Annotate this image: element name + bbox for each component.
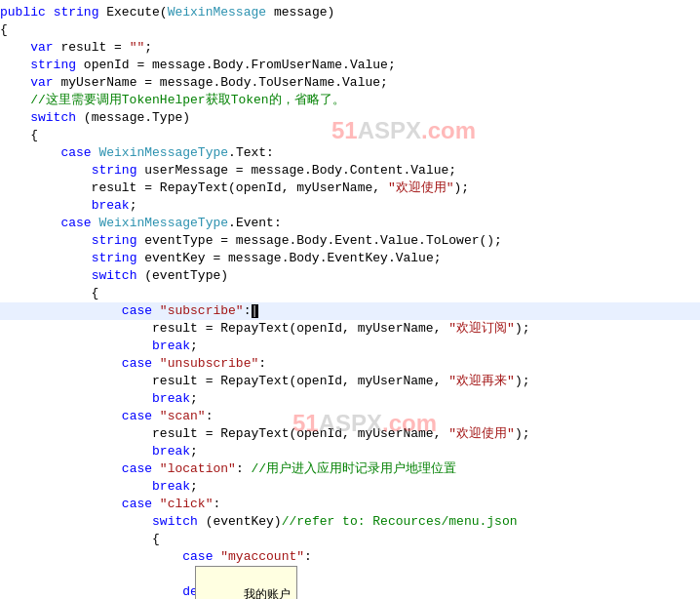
keyword: string xyxy=(92,163,137,178)
line-content: switch (eventType) xyxy=(0,267,700,285)
tooltip-myaccount: 我的账户 xyxy=(195,566,297,599)
string-literal: "" xyxy=(130,40,145,55)
line-content: case WeixinMessageType.Text: xyxy=(0,144,700,162)
code-line: public string Execute(WeixinMessage mess… xyxy=(0,4,700,21)
code-line: break; xyxy=(0,338,700,355)
code-line: result = RepayText(openId, myUserName, "… xyxy=(0,373,700,390)
string-literal: "click" xyxy=(160,497,214,511)
string-literal: "欢迎再来" xyxy=(448,374,515,388)
type-name: WeixinMessageType xyxy=(98,216,228,230)
line-content: case "click": xyxy=(0,496,700,513)
code-line: break; xyxy=(0,566,700,583)
string-literal: "location" xyxy=(160,461,236,476)
code-line: { xyxy=(0,285,700,302)
keyword-break: break xyxy=(152,444,190,459)
keyword-case: case xyxy=(60,145,91,160)
string-literal: "欢迎使用" xyxy=(388,180,454,195)
code-line: switch (eventKey)//refer to: Recources/m… xyxy=(0,513,700,531)
comment: //refer to: Recources/menu.json xyxy=(282,514,518,529)
keyword-break: break xyxy=(152,339,190,353)
line-content: result = RepayText(openId, myUserName, "… xyxy=(0,373,700,390)
code-line: result = RepayText(openId, myUserName, "… xyxy=(0,180,700,197)
code-line: var result = ""; xyxy=(0,39,700,57)
code-line: case "unsubscribe": xyxy=(0,355,700,373)
line-content: break; xyxy=(0,478,700,496)
line-content: var result = ""; xyxy=(0,39,700,57)
code-line: default: xyxy=(0,583,700,599)
comment: //这里需要调用TokenHelper获取Token的，省略了。 xyxy=(30,93,344,107)
comment: //用户进入应用时记录用户地理位置 xyxy=(251,461,456,476)
line-content: case "location": //用户进入应用时记录用户地理位置 xyxy=(0,460,700,478)
code-line: switch (eventType) xyxy=(0,267,700,285)
code-line: var myUserName = message.Body.ToUserName… xyxy=(0,74,700,92)
keyword-break: break xyxy=(92,198,130,213)
type-name: WeixinMessage xyxy=(168,5,266,20)
code-container: public string Execute(WeixinMessage mess… xyxy=(0,0,700,599)
line-content: case "scan": xyxy=(0,408,700,425)
code-line: string openId = message.Body.FromUserNam… xyxy=(0,57,700,74)
keyword-case: case xyxy=(122,356,152,371)
keyword-switch: switch xyxy=(92,268,137,283)
code-line: break; xyxy=(0,197,700,215)
keyword-break: break xyxy=(152,391,190,406)
code-line: { xyxy=(0,21,700,39)
line-content: switch (eventKey)//refer to: Recources/m… xyxy=(0,513,700,531)
code-line: break; xyxy=(0,478,700,496)
string-literal: "欢迎使用" xyxy=(448,426,515,441)
line-content: { xyxy=(0,285,700,302)
line-content: break; xyxy=(0,390,700,408)
line-content: result = RepayText(openId, myUserName, "… xyxy=(0,425,700,443)
code-line: break; xyxy=(0,443,700,460)
code-line: string eventType = message.Body.Event.Va… xyxy=(0,232,700,250)
code-line: { xyxy=(0,127,700,144)
line-content: default: xyxy=(0,583,700,599)
keyword: string xyxy=(54,5,99,20)
keyword-switch: switch xyxy=(30,110,76,125)
code-line: case "scan": xyxy=(0,408,700,425)
line-content: break; xyxy=(0,197,700,215)
code-line: switch (message.Type) xyxy=(0,109,700,127)
line-content: case "subscribe":| xyxy=(0,302,700,320)
code-line: { xyxy=(0,531,700,548)
string-literal: "欢迎订阅" xyxy=(448,321,515,336)
line-content: string eventKey = message.Body.EventKey.… xyxy=(0,250,700,267)
line-content: string userMessage = message.Body.Conten… xyxy=(0,162,700,180)
keyword-switch: switch xyxy=(152,514,198,529)
keyword-case: case xyxy=(60,216,91,230)
string-literal: "scan" xyxy=(160,409,206,423)
code-line: case "click": xyxy=(0,496,700,513)
line-content: result = RepayText(openId, myUserName, "… xyxy=(0,320,700,338)
code-line: //这里需要调用TokenHelper获取Token的，省略了。 xyxy=(0,92,700,109)
line-content: { xyxy=(0,127,700,144)
line-content: { xyxy=(0,531,700,548)
string-literal: "myaccount" xyxy=(220,549,304,564)
line-content: case WeixinMessageType.Event: xyxy=(0,215,700,232)
string-literal: "subscribe" xyxy=(160,303,244,318)
code-line: result = RepayText(openId, myUserName, "… xyxy=(0,425,700,443)
keyword: string xyxy=(30,58,76,72)
line-content: switch (message.Type) xyxy=(0,109,700,127)
code-line: case WeixinMessageType.Text: xyxy=(0,144,700,162)
line-content: result = RepayText(openId, myUserName, "… xyxy=(0,180,700,197)
line-content: string eventType = message.Body.Event.Va… xyxy=(0,232,700,250)
keyword: string xyxy=(92,251,137,265)
line-content: public string Execute(WeixinMessage mess… xyxy=(0,4,700,21)
code-line: string userMessage = message.Body.Conten… xyxy=(0,162,700,180)
keyword-case: case xyxy=(182,549,213,564)
line-content: case "unsubscribe": xyxy=(0,355,700,373)
string-literal: "unsubscribe" xyxy=(160,356,258,371)
keyword-case: case xyxy=(122,409,152,423)
keyword: string xyxy=(92,233,137,248)
line-content: string openId = message.Body.FromUserNam… xyxy=(0,57,700,74)
keyword: public xyxy=(0,5,46,20)
keyword: var xyxy=(30,40,53,55)
line-content: var myUserName = message.Body.ToUserName… xyxy=(0,74,700,92)
tooltip-text: 我的账户 xyxy=(244,588,291,599)
line-content: break; xyxy=(0,338,700,355)
line-content: break; xyxy=(0,443,700,460)
code-line: case WeixinMessageType.Event: xyxy=(0,215,700,232)
keyword-case: case xyxy=(122,303,152,318)
keyword: var xyxy=(30,75,53,90)
line-content: case "myaccount": xyxy=(0,548,700,566)
keyword-break: break xyxy=(152,479,190,494)
